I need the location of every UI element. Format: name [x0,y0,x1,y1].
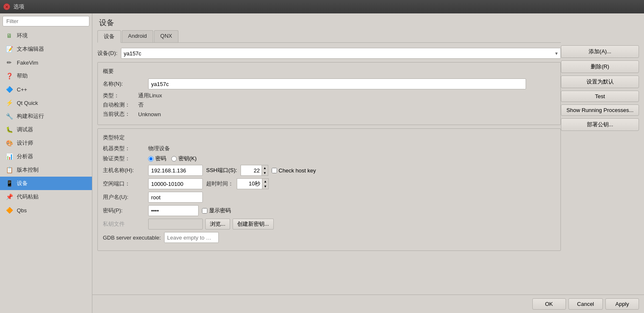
auth-type-row: 验证类型： 密码 密钥(K) [103,155,555,162]
close-button[interactable]: ✕ [3,3,10,10]
sidebar-item-device[interactable]: 📱 设备 [0,177,92,190]
ssh-port-down[interactable]: ▼ [262,170,268,175]
username-row: 用户名(U): [103,192,555,203]
type-specific-section: 类型特定 机器类型： 物理设备 验证类型： [97,128,561,251]
sidebar-item-code-paste[interactable]: 📌 代码粘贴 [0,190,92,203]
check-host-key-label: Check host key [279,167,316,174]
password-input[interactable] [148,205,199,216]
type-row: 类型： 通用Linux [103,92,555,99]
port-row: 空闲端口： 超时时间： ▲ ▼ [103,178,555,189]
sidebar-label-cpp: C++ [17,86,27,93]
device-select[interactable]: ya157c [121,48,561,59]
status-row: 当前状态： Unknown [103,110,555,118]
private-key-row: 私钥文件 浏览... 创建新密钥... [103,219,555,230]
free-port-input[interactable] [148,178,203,189]
remove-button[interactable]: 删除(R) [561,60,639,73]
text-editor-icon: 📝 [5,45,13,53]
summary-title: 概要 [103,68,555,75]
set-default-button[interactable]: 设置为默认 [561,76,639,88]
auth-password-radio[interactable] [148,156,154,162]
free-port-label: 空闲端口： [103,180,145,188]
show-password-label: 显示密码 [209,207,231,214]
ok-button[interactable]: OK [532,298,566,310]
timeout-down[interactable]: ▼ [262,184,268,189]
tab-android[interactable]: Android [122,30,153,42]
env-icon: 🖥 [5,31,13,40]
autodetect-value: 否 [138,101,144,109]
sidebar-label-text-editor: 文本编辑器 [17,45,44,53]
sidebar-item-debug[interactable]: 🐛 调试器 [0,123,92,136]
sidebar-item-qt-quick[interactable]: ⚡ Qt Quick [0,96,92,110]
type-specific-title: 类型特定 [103,134,555,141]
sidebar-label-qbs: Qbs [17,207,27,214]
add-button[interactable]: 添加(A)... [561,45,639,58]
sidebar-item-analyze[interactable]: 📊 分析器 [0,150,92,163]
tab-device[interactable]: 设备 [97,30,121,43]
auth-password-option[interactable]: 密码 [148,155,166,162]
show-password-wrapper[interactable]: 显示密码 [202,207,231,214]
sidebar-label-fakevim: FakeVim [17,60,38,66]
ssh-port-up[interactable]: ▲ [262,165,268,170]
sidebar-item-design[interactable]: 🎨 设计师 [0,136,92,150]
ssh-port-input[interactable] [241,165,262,176]
deploy-key-button[interactable]: 部署公钥... [561,118,639,131]
device-select-label: 设备(D): [97,50,118,57]
sidebar-label-env: 环境 [17,32,28,39]
sidebar-label-version: 版本控制 [17,166,39,174]
code-paste-icon: 📌 [5,193,13,201]
timeout-spinbox-btns: ▲ ▼ [262,178,269,189]
sidebar-item-cpp[interactable]: 🔷 C++ [0,83,92,96]
device-select-row: 设备(D): ya157c [97,48,561,59]
check-host-key-checkbox[interactable] [272,168,277,173]
sidebar-item-text-editor[interactable]: 📝 文本编辑器 [0,42,92,56]
auth-password-label: 密码 [155,155,166,162]
ssh-port-spinbox: ▲ ▼ [241,165,268,176]
show-processes-button[interactable]: Show Running Processes... [561,104,639,116]
content-area: 设备 Android QNX 设备(D): ya157c [92,30,644,295]
timeout-input[interactable] [237,178,262,189]
tabs-row: 设备 Android QNX [97,30,561,43]
port-timeout-row: 超时时间： ▲ ▼ [148,178,269,189]
ssh-row: SSH端口(S): ▲ ▼ C [148,165,316,176]
name-label: 名称(N): [103,80,145,88]
qt-quick-icon: ⚡ [5,99,13,107]
sidebar-label-device: 设备 [17,180,28,187]
private-key-input [148,219,203,230]
create-key-button[interactable]: 创建新密钥... [233,219,274,230]
machine-type-value: 物理设备 [148,145,170,152]
sidebar-label-help: 帮助 [17,72,28,80]
design-icon: 🎨 [5,139,13,147]
sidebar-item-qbs[interactable]: 🔶 Qbs [0,203,92,217]
auth-key-radio[interactable] [171,156,177,162]
host-input[interactable] [148,165,203,176]
ssh-port-spinbox-btns: ▲ ▼ [262,165,268,176]
password-label: 密码(P): [103,207,145,214]
qbs-icon: 🔶 [5,206,13,214]
username-label: 用户名(U): [103,193,145,201]
sidebar-item-fakevim[interactable]: ✏ FakeVim [0,56,92,69]
name-input[interactable] [148,78,526,89]
device-select-wrapper: ya157c [121,48,561,59]
timeout-up[interactable]: ▲ [262,179,268,184]
cancel-button[interactable]: Cancel [568,298,603,310]
browse-button[interactable]: 浏览... [205,219,230,230]
show-password-checkbox[interactable] [202,208,207,214]
machine-type-row: 机器类型： 物理设备 [103,145,555,152]
test-button[interactable]: Test [561,91,639,102]
sidebar-label-code-paste: 代码粘贴 [17,193,39,201]
sidebar-item-help[interactable]: ❓ 帮助 [0,69,92,83]
tab-qnx[interactable]: QNX [154,30,178,42]
gdb-input[interactable] [164,232,219,243]
check-host-key-wrapper[interactable]: Check host key [272,167,316,174]
main-window: ✕ 选项 🖥 环境 📝 文本编辑器 ✏ FakeVim ❓ 帮助 [0,0,644,313]
sidebar-item-env[interactable]: 🖥 环境 [0,29,92,42]
auth-key-option[interactable]: 密钥(K) [171,155,196,162]
machine-type-label: 机器类型： [103,145,145,152]
sidebar-item-build[interactable]: 🔧 构建和运行 [0,110,92,123]
apply-button[interactable]: Apply [605,298,639,310]
type-value: 通用Linux [138,92,162,99]
sidebar-item-version[interactable]: 📋 版本控制 [0,163,92,177]
filter-input[interactable] [3,16,89,26]
sidebar-label-analyze: 分析器 [17,153,33,160]
username-input[interactable] [148,192,203,203]
